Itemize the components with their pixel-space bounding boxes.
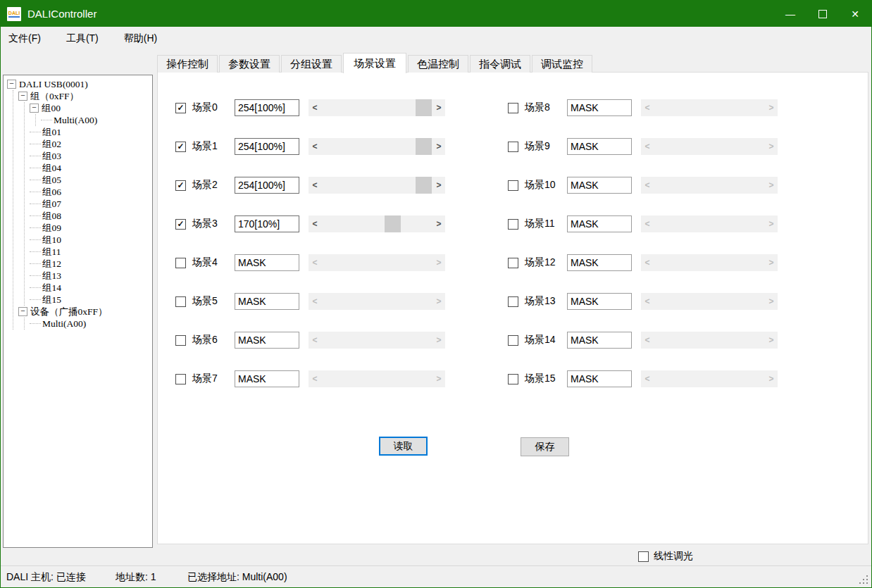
tree-collapse-icon[interactable]: − bbox=[18, 92, 27, 101]
read-button[interactable]: 读取 bbox=[379, 437, 428, 456]
maximize-button[interactable] bbox=[806, 1, 839, 27]
scene-9-checkbox[interactable] bbox=[508, 142, 518, 152]
menu-help[interactable]: 帮助(H) bbox=[124, 32, 157, 45]
scroll-right-icon[interactable]: > bbox=[432, 215, 445, 232]
scene-1-checkbox[interactable]: ✓ bbox=[175, 142, 186, 152]
tree-node-label[interactable]: 组07 bbox=[42, 198, 61, 211]
tree-node-label[interactable]: 组14 bbox=[42, 282, 61, 294]
scene-0-value-input[interactable] bbox=[235, 99, 299, 116]
tree-node-label[interactable]: 组08 bbox=[42, 210, 61, 223]
tree-collapse-icon[interactable]: − bbox=[30, 104, 39, 113]
scene-15-checkbox[interactable] bbox=[508, 374, 518, 384]
tree-node-label[interactable]: 组01 bbox=[42, 126, 61, 139]
tree-node[interactable]: 组14 bbox=[30, 282, 152, 294]
close-button[interactable]: ✕ bbox=[839, 1, 871, 27]
scrollbar-thumb[interactable] bbox=[385, 215, 401, 232]
tree-node-label[interactable]: 组12 bbox=[42, 258, 61, 270]
scroll-right-icon[interactable]: > bbox=[432, 99, 445, 116]
scene-2-level-scrollbar[interactable]: <> bbox=[309, 177, 445, 194]
scene-14-value-input[interactable] bbox=[567, 332, 632, 349]
tree-node-label[interactable]: Multi(A00) bbox=[42, 318, 86, 330]
tree-node[interactable]: −组（0xFF） bbox=[18, 90, 152, 102]
tree-node[interactable]: 组01 bbox=[30, 126, 152, 138]
tree-node-label[interactable]: Multi(A00) bbox=[54, 115, 97, 126]
scene-3-value-input[interactable] bbox=[235, 215, 299, 232]
tab-scene-settings[interactable]: 场景设置 bbox=[343, 53, 406, 73]
tree-node-label[interactable]: 组11 bbox=[42, 246, 61, 258]
tree-collapse-icon[interactable]: − bbox=[7, 80, 16, 89]
scene-1-value-input[interactable] bbox=[235, 138, 299, 155]
scroll-right-icon[interactable]: > bbox=[432, 138, 445, 155]
scene-13-value-input[interactable] bbox=[567, 293, 632, 310]
tree-node-label[interactable]: 组04 bbox=[42, 162, 61, 175]
tree-node[interactable]: 组10 bbox=[30, 234, 152, 246]
scrollbar-thumb[interactable] bbox=[416, 138, 432, 155]
scene-0-level-scrollbar[interactable]: <> bbox=[309, 99, 445, 116]
scene-12-checkbox[interactable] bbox=[508, 258, 518, 268]
scene-8-checkbox[interactable] bbox=[508, 103, 518, 113]
tree-node-label[interactable]: 组05 bbox=[42, 174, 61, 187]
tree-node[interactable]: 组12 bbox=[30, 258, 152, 270]
tab-operation-control[interactable]: 操作控制 bbox=[157, 55, 218, 73]
tree-node-label[interactable]: 组13 bbox=[42, 270, 61, 282]
tree-node[interactable]: Multi(A00) bbox=[30, 318, 152, 330]
scroll-left-icon[interactable]: < bbox=[309, 99, 321, 116]
tree-node[interactable]: 组13 bbox=[30, 270, 152, 282]
tree-node[interactable]: 组05 bbox=[30, 174, 152, 186]
tree-node-label[interactable]: 组03 bbox=[42, 150, 61, 163]
scene-9-value-input[interactable] bbox=[567, 138, 632, 155]
tree-node[interactable]: 组04 bbox=[30, 162, 152, 174]
minimize-button[interactable]: — bbox=[774, 1, 806, 27]
scroll-left-icon[interactable]: < bbox=[309, 177, 321, 194]
scene-13-checkbox[interactable] bbox=[508, 296, 518, 307]
scene-6-checkbox[interactable] bbox=[175, 335, 186, 346]
tree-node[interactable]: 组03 bbox=[30, 150, 152, 162]
tree-node-label[interactable]: 组10 bbox=[42, 234, 61, 246]
resize-grip[interactable] bbox=[859, 575, 868, 584]
scene-3-checkbox[interactable]: ✓ bbox=[175, 219, 186, 230]
tree-node[interactable]: 组07 bbox=[30, 198, 152, 210]
tree-node-label[interactable]: 组06 bbox=[42, 186, 61, 199]
scene-0-checkbox[interactable]: ✓ bbox=[175, 103, 186, 113]
tab-debug-monitor[interactable]: 调试监控 bbox=[532, 55, 592, 73]
tree-node[interactable]: −DALI USB(0001) bbox=[7, 78, 152, 90]
scene-10-checkbox[interactable] bbox=[508, 180, 518, 191]
tree-collapse-icon[interactable]: − bbox=[18, 307, 27, 316]
scene-10-value-input[interactable] bbox=[567, 177, 632, 194]
tree-node[interactable]: 组09 bbox=[30, 222, 152, 234]
tree-node[interactable]: −设备（广播0xFF） bbox=[18, 306, 152, 318]
tab-color-temp-control[interactable]: 色温控制 bbox=[408, 55, 468, 73]
scene-4-checkbox[interactable] bbox=[175, 258, 186, 268]
scroll-right-icon[interactable]: > bbox=[432, 177, 445, 194]
save-button[interactable]: 保存 bbox=[521, 437, 569, 456]
tree-node-label[interactable]: 设备（广播0xFF） bbox=[30, 306, 108, 318]
scrollbar-thumb[interactable] bbox=[416, 99, 432, 116]
scene-11-checkbox[interactable] bbox=[508, 219, 518, 230]
tree-node[interactable]: 组02 bbox=[30, 138, 152, 150]
tree-node-label[interactable]: 组09 bbox=[42, 222, 61, 234]
tree-node-label[interactable]: DALI USB(0001) bbox=[19, 79, 88, 90]
scene-2-checkbox[interactable]: ✓ bbox=[175, 180, 186, 191]
scroll-left-icon[interactable]: < bbox=[309, 138, 321, 155]
scene-1-level-scrollbar[interactable]: <> bbox=[309, 138, 445, 155]
scene-5-checkbox[interactable] bbox=[175, 296, 186, 307]
tab-parameter-settings[interactable]: 参数设置 bbox=[219, 55, 280, 73]
tree-node[interactable]: 组15 bbox=[30, 294, 152, 306]
scene-7-checkbox[interactable] bbox=[175, 374, 186, 384]
scroll-left-icon[interactable]: < bbox=[309, 215, 321, 232]
tree-node[interactable]: 组11 bbox=[30, 246, 152, 258]
menu-file[interactable]: 文件(F) bbox=[8, 32, 41, 45]
scene-3-level-scrollbar[interactable]: <> bbox=[309, 215, 445, 232]
scene-14-checkbox[interactable] bbox=[508, 335, 518, 346]
tree-node[interactable]: 组08 bbox=[30, 210, 152, 222]
scene-2-value-input[interactable] bbox=[235, 177, 299, 194]
tree-node-label[interactable]: 组15 bbox=[42, 294, 61, 306]
tree-node-label[interactable]: 组（0xFF） bbox=[30, 90, 79, 103]
menu-tools[interactable]: 工具(T) bbox=[66, 32, 99, 45]
scene-11-value-input[interactable] bbox=[567, 215, 632, 232]
tree-node[interactable]: 组06 bbox=[30, 186, 152, 198]
scene-5-value-input[interactable] bbox=[235, 293, 299, 310]
scene-6-value-input[interactable] bbox=[235, 332, 299, 349]
tree-node[interactable]: Multi(A00) bbox=[41, 114, 152, 126]
tree-node[interactable]: −组00 bbox=[30, 102, 152, 114]
